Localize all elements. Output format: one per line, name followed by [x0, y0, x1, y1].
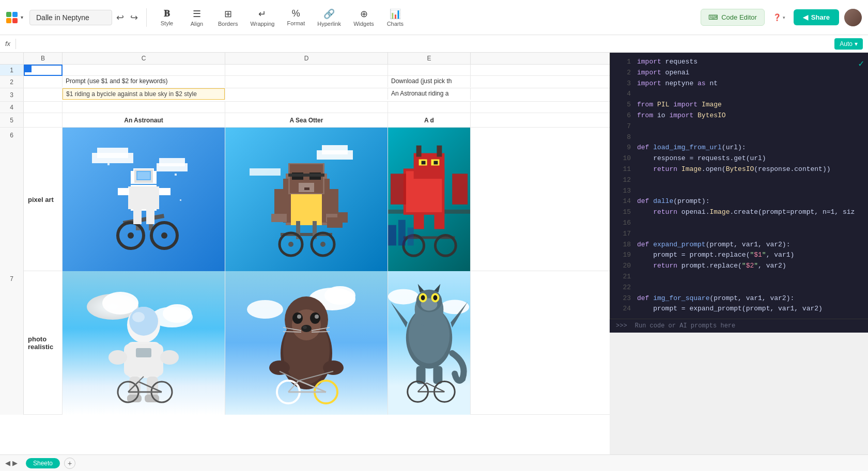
svg-point-49: [320, 242, 326, 247]
col-header-b[interactable]: B: [24, 53, 63, 64]
auto-button[interactable]: Auto ▾: [834, 38, 863, 50]
cell-d4[interactable]: [225, 102, 388, 113]
row-num-3[interactable]: 3: [0, 88, 24, 101]
code-editor-icon: ⌨: [708, 13, 718, 21]
borders-icon: ⊞: [224, 8, 232, 20]
cell-e4[interactable]: [388, 102, 471, 113]
sheet-tab-sheeto[interactable]: Sheeto: [26, 458, 60, 468]
cell-b7-label: photo realistic: [28, 335, 58, 351]
cell-b5[interactable]: [24, 113, 63, 128]
toolbar-right: ⌨ Code Editor ❓ ▾ ◀ Share: [701, 9, 862, 26]
row-num-7[interactable]: 7: [0, 271, 24, 415]
prompt-cell[interactable]: $1 riding a bycicle against a blue sky i…: [63, 88, 225, 100]
cell-c7-image[interactable]: [63, 271, 225, 415]
wrapping-button[interactable]: ↵ Wrapping: [245, 6, 280, 29]
cell-e5[interactable]: A d: [388, 113, 471, 128]
cell-e1[interactable]: [388, 65, 471, 76]
toolbar: ▾ Dalle in Neptyne ↩ ↪ 𝐁 Style ☰ Align ⊞…: [0, 0, 868, 35]
row-num-2[interactable]: 2: [0, 76, 24, 88]
cell-e2[interactable]: Download (just pick th: [388, 76, 471, 87]
svg-point-18: [128, 232, 134, 239]
cell-c1[interactable]: [63, 65, 225, 76]
code-line-2: 2 import openai: [610, 68, 868, 78]
borders-button[interactable]: ⊞ Borders: [213, 6, 243, 29]
svg-rect-37: [304, 187, 309, 190]
sheet-body[interactable]: 1 2 Prompt (use $1 and $2 for keywords) …: [0, 65, 610, 454]
cell-c5[interactable]: An Astronaut: [63, 113, 225, 128]
avatar[interactable]: [844, 9, 862, 26]
code-editor-button[interactable]: ⌨ Code Editor: [701, 9, 765, 26]
doc-title[interactable]: Dalle in Neptyne: [29, 10, 112, 25]
table-row: 4: [0, 102, 610, 113]
svg-rect-21: [146, 209, 154, 224]
svg-rect-35: [288, 174, 324, 177]
col-header-d[interactable]: D: [225, 53, 388, 64]
cell-e7-image[interactable]: [388, 271, 471, 415]
astronaut-photo: [63, 271, 225, 415]
formula-input[interactable]: [21, 40, 834, 48]
cell-d5[interactable]: A Sea Otter: [225, 113, 388, 128]
cell-d3[interactable]: [225, 88, 388, 100]
hyperlink-label: Hyperlink: [317, 21, 341, 27]
row-num-5[interactable]: 5: [0, 113, 24, 127]
cell-c4[interactable]: [63, 102, 225, 113]
widgets-button[interactable]: ⊕ Widgets: [348, 6, 379, 29]
repl-bar[interactable]: >>> Run code or AI prompts here: [610, 319, 868, 333]
col-header-e[interactable]: E: [388, 53, 471, 64]
formula-bar: fx Auto ▾: [0, 35, 868, 53]
cell-b4[interactable]: [24, 102, 63, 113]
link-icon: 🔗: [323, 8, 335, 20]
cell-c2[interactable]: Prompt (use $1 and $2 for keywords): [63, 76, 225, 87]
code-content[interactable]: ✓ 1 import requests 2 import openai 3 im…: [610, 53, 868, 319]
svg-rect-38: [291, 194, 322, 225]
auto-chevron: ▾: [855, 40, 858, 48]
next-sheet-arrow[interactable]: ▶: [12, 459, 18, 467]
cell-c6-image[interactable]: [63, 128, 225, 271]
cell-b2[interactable]: [24, 76, 63, 87]
cell-b7[interactable]: photo realistic: [24, 271, 63, 415]
svg-point-121: [440, 300, 469, 315]
cell-e3[interactable]: An Astronaut riding a: [388, 88, 471, 100]
otter-photo: [225, 271, 388, 415]
code-line-17: 17: [610, 229, 868, 240]
style-button[interactable]: 𝐁 Style: [153, 6, 181, 28]
help-button[interactable]: ❓ ▾: [770, 11, 788, 23]
charts-button[interactable]: 📊 Charts: [381, 6, 409, 29]
cell-c3[interactable]: $1 riding a bycicle against a blue sky i…: [63, 88, 225, 100]
col-header-c[interactable]: C: [63, 53, 225, 64]
fx-label: fx: [5, 40, 10, 48]
svg-rect-65: [434, 214, 444, 229]
cell-d6-image[interactable]: [225, 128, 388, 271]
redo-button[interactable]: ↪: [128, 10, 140, 25]
svg-rect-28: [250, 168, 281, 176]
row-num-4[interactable]: 4: [0, 102, 24, 113]
align-button[interactable]: ☰ Align: [183, 6, 211, 29]
cell-e6-image[interactable]: [388, 128, 471, 271]
svg-point-77: [129, 307, 158, 336]
undo-button[interactable]: ↩: [114, 10, 126, 25]
hyperlink-button[interactable]: 🔗 Hyperlink: [312, 6, 346, 29]
svg-rect-1: [92, 153, 133, 163]
cell-b3[interactable]: [24, 88, 63, 100]
cell-b1[interactable]: [24, 65, 63, 76]
share-button[interactable]: ◀ Share: [794, 9, 839, 25]
svg-rect-27: [322, 145, 348, 154]
svg-point-105: [301, 325, 312, 332]
row-num-6[interactable]: 6: [0, 128, 24, 271]
wrapping-icon: ↵: [258, 8, 266, 20]
cell-d2[interactable]: [225, 76, 388, 87]
sheet-nav-arrows[interactable]: ◀ ▶: [5, 459, 18, 467]
row-num-1[interactable]: 1: [0, 65, 24, 75]
help-icon: ❓: [773, 13, 781, 21]
add-sheet-button[interactable]: +: [64, 458, 75, 469]
cell-e3-text: An Astronaut riding a: [388, 88, 452, 99]
app-logo[interactable]: ▾: [6, 12, 23, 23]
format-button[interactable]: % Format: [282, 6, 310, 28]
code-line-4: 4: [610, 89, 868, 100]
svg-rect-56: [416, 146, 422, 157]
cell-b6[interactable]: pixel art: [24, 128, 63, 271]
code-line-16: 16: [610, 218, 868, 229]
prev-sheet-arrow[interactable]: ◀: [5, 459, 10, 467]
cell-d1[interactable]: [225, 65, 388, 76]
cell-d7-image[interactable]: [225, 271, 388, 415]
